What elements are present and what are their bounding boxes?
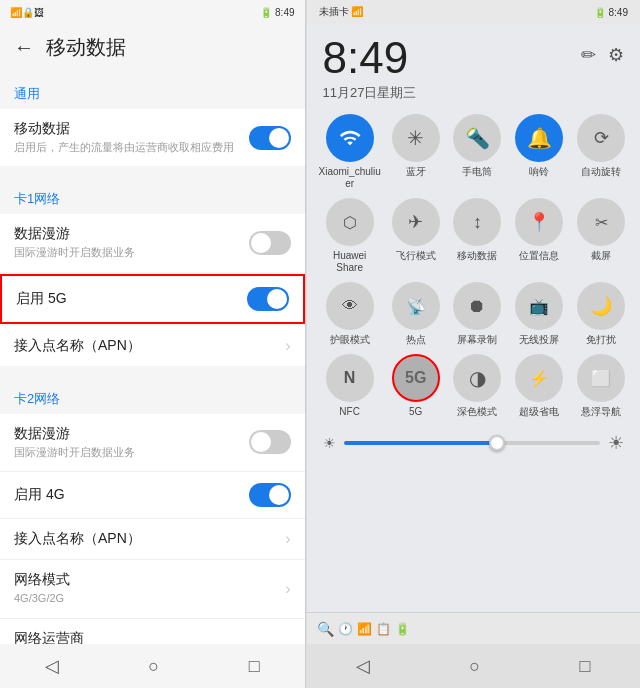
tile-data-label: 移动数据 bbox=[457, 250, 497, 262]
tile-hotspot-icon[interactable]: 📡 bbox=[392, 282, 440, 330]
left-header: ← 移动数据 bbox=[0, 24, 305, 71]
card-sim1: 数据漫游 国际漫游时开启数据业务 bbox=[0, 214, 305, 271]
item-enable-4g: 启用 4G bbox=[0, 472, 305, 519]
roaming-sim2-toggle[interactable] bbox=[249, 430, 291, 454]
item-network-mode[interactable]: 网络模式 4G/3G/2G › bbox=[0, 560, 305, 618]
tile-location[interactable]: 📍 位置信息 bbox=[512, 198, 566, 274]
tile-record-icon[interactable]: ⏺ bbox=[453, 282, 501, 330]
bottom-nav-left: ◁ ○ □ bbox=[0, 644, 305, 688]
left-panel: 📶🔒🖼 🔋 8:49 ← 移动数据 通用 移动数据 启用后，产生的流量将由运营商… bbox=[0, 0, 305, 688]
tile-record-label: 屏幕录制 bbox=[457, 334, 497, 346]
item-apn-sim1[interactable]: 接入点名称（APN） › bbox=[0, 326, 305, 366]
settings-icon[interactable]: ⚙ bbox=[608, 44, 624, 66]
brightness-slider[interactable] bbox=[344, 441, 600, 445]
mobile-data-toggle[interactable] bbox=[249, 126, 291, 150]
card-sim2: 数据漫游 国际漫游时开启数据业务 启用 4G 接入点名称（APN） › 网络 bbox=[0, 414, 305, 644]
tile-dark-label: 深色模式 bbox=[457, 406, 497, 418]
tile-plane-icon[interactable]: ✈ bbox=[392, 198, 440, 246]
tile-flashlight[interactable]: 🔦 手电筒 bbox=[451, 114, 505, 190]
nav-back[interactable]: ◁ bbox=[37, 651, 67, 681]
tile-screenshot[interactable]: ✂ 截屏 bbox=[574, 198, 628, 274]
tile-nfc[interactable]: N NFC bbox=[319, 354, 381, 418]
nav-home-right[interactable]: ○ bbox=[461, 652, 488, 681]
clock-actions: ✏ ⚙ bbox=[581, 36, 624, 66]
tile-bell[interactable]: 🔔 响铃 bbox=[512, 114, 566, 190]
section-sim1: 卡1网络 bbox=[0, 176, 305, 212]
clock-time: 8:49 bbox=[323, 36, 417, 80]
enable-5g-toggle[interactable] bbox=[247, 287, 289, 311]
tile-float-label: 悬浮导航 bbox=[581, 406, 621, 418]
tile-rotate-icon[interactable]: ⟳ bbox=[577, 114, 625, 162]
tile-huaweishare[interactable]: ⬡ Huawei Share bbox=[319, 198, 381, 274]
tile-wifi-icon[interactable] bbox=[326, 114, 374, 162]
network-mode-title: 网络模式 bbox=[14, 571, 285, 589]
roaming-sim1-title: 数据漫游 bbox=[14, 225, 249, 243]
tile-moon-icon[interactable]: 🌙 bbox=[577, 282, 625, 330]
roaming-sim1-toggle[interactable] bbox=[249, 231, 291, 255]
roaming-sim2-title: 数据漫游 bbox=[14, 425, 249, 443]
brightness-row: ☀ ☀ bbox=[307, 426, 640, 460]
tile-darkmode[interactable]: ◑ 深色模式 bbox=[451, 354, 505, 418]
tile-bt-icon[interactable]: ✳ bbox=[392, 114, 440, 162]
tile-bluetooth[interactable]: ✳ 蓝牙 bbox=[389, 114, 443, 190]
network-mode-chevron: › bbox=[285, 580, 290, 598]
enable-4g-toggle[interactable] bbox=[249, 483, 291, 507]
mobile-data-subtitle: 启用后，产生的流量将由运营商收取相应费用 bbox=[14, 140, 249, 155]
tile-bell-label: 响铃 bbox=[529, 166, 549, 178]
tile-eye-icon[interactable]: 👁 bbox=[326, 282, 374, 330]
nav-home[interactable]: ○ bbox=[140, 652, 167, 681]
nav-recents[interactable]: □ bbox=[241, 652, 268, 681]
tile-float-icon[interactable]: ⬜ bbox=[577, 354, 625, 402]
tile-share-icon[interactable]: ⬡ bbox=[326, 198, 374, 246]
tile-screenshot-icon[interactable]: ✂ bbox=[577, 198, 625, 246]
mobile-data-title: 移动数据 bbox=[14, 120, 249, 138]
enable-5g-title: 启用 5G bbox=[16, 290, 247, 308]
tile-cast-icon[interactable]: 📺 bbox=[515, 282, 563, 330]
tile-flash-icon[interactable]: 🔦 bbox=[453, 114, 501, 162]
tile-loc-icon[interactable]: 📍 bbox=[515, 198, 563, 246]
tile-eyeprotect[interactable]: 👁 护眼模式 bbox=[319, 282, 381, 346]
tile-dark-icon[interactable]: ◑ bbox=[453, 354, 501, 402]
tile-hotspot-label: 热点 bbox=[406, 334, 426, 346]
tile-rotate[interactable]: ⟳ 自动旋转 bbox=[574, 114, 628, 190]
settings-content: 通用 移动数据 启用后，产生的流量将由运营商收取相应费用 卡1网络 数据漫游 国… bbox=[0, 71, 305, 644]
search-icon[interactable]: 🔍 bbox=[317, 621, 334, 637]
section-sim2: 卡2网络 bbox=[0, 376, 305, 412]
tile-dnd[interactable]: 🌙 免打扰 bbox=[574, 282, 628, 346]
tile-5g[interactable]: 5G 5G bbox=[389, 354, 443, 418]
item-apn-sim2[interactable]: 接入点名称（APN） › bbox=[0, 519, 305, 560]
tile-mobiledata[interactable]: ↕ 移动数据 bbox=[451, 198, 505, 274]
nav-recents-right[interactable]: □ bbox=[571, 652, 598, 681]
notifications-icon: 📋 bbox=[376, 622, 391, 636]
back-button[interactable]: ← bbox=[14, 36, 34, 59]
tile-wifi[interactable]: Xiaomi_chuliu er bbox=[319, 114, 381, 190]
tile-power-icon[interactable]: ⚡ bbox=[515, 354, 563, 402]
tile-powersave[interactable]: ⚡ 超级省电 bbox=[512, 354, 566, 418]
edit-icon[interactable]: ✏ bbox=[581, 44, 596, 66]
tile-screenrecord[interactable]: ⏺ 屏幕录制 bbox=[451, 282, 505, 346]
tile-eye-label: 护眼模式 bbox=[330, 334, 370, 346]
brightness-thumb[interactable] bbox=[489, 435, 505, 451]
tile-float[interactable]: ⬜ 悬浮导航 bbox=[574, 354, 628, 418]
tile-nfc-icon[interactable]: N bbox=[326, 354, 374, 402]
roaming-sim1-subtitle: 国际漫游时开启数据业务 bbox=[14, 245, 249, 260]
bottom-status-bar: 🔍 🕐 📶 📋 🔋 bbox=[307, 612, 640, 644]
tile-data-icon[interactable]: ↕ bbox=[453, 198, 501, 246]
clock-area: 8:49 11月27日星期三 ✏ ⚙ bbox=[307, 24, 640, 106]
item-carrier[interactable]: 网络运营商 手动或自动选择 › bbox=[0, 619, 305, 644]
tile-bell-icon[interactable]: 🔔 bbox=[515, 114, 563, 162]
enable-5g-highlight-box: 启用 5G bbox=[0, 274, 305, 324]
section-general: 通用 bbox=[0, 71, 305, 107]
apn-sim2-chevron: › bbox=[285, 530, 290, 548]
right-panel: 未插卡 📶 🔋 8:49 8:49 11月27日星期三 ✏ ⚙ bbox=[306, 0, 640, 688]
tile-5g-icon[interactable]: 5G bbox=[392, 354, 440, 402]
item-roaming-sim1: 数据漫游 国际漫游时开启数据业务 bbox=[0, 214, 305, 271]
notification-panel: 8:49 11月27日星期三 ✏ ⚙ Xiaomi_chuliu er ✳ bbox=[307, 24, 640, 612]
item-enable-5g: 启用 5G bbox=[2, 276, 303, 322]
tile-hotspot[interactable]: 📡 热点 bbox=[389, 282, 443, 346]
tile-cast[interactable]: 📺 无线投屏 bbox=[512, 282, 566, 346]
tile-flash-label: 手电筒 bbox=[462, 166, 492, 178]
tile-airplane[interactable]: ✈ 飞行模式 bbox=[389, 198, 443, 274]
right-time: 8:49 bbox=[609, 7, 628, 18]
nav-back-right[interactable]: ◁ bbox=[348, 651, 378, 681]
